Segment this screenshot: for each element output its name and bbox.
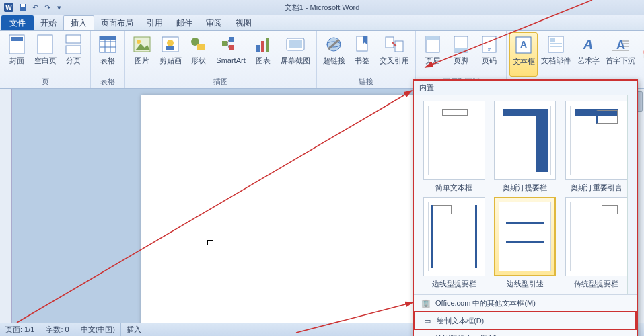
svg-rect-14 (100, 36, 116, 40)
table-button[interactable]: 表格 (94, 32, 122, 76)
svg-text:A: A (616, 38, 625, 52)
office-icon: 🏢 (421, 298, 431, 308)
textbox-icon: ▭ (422, 315, 433, 326)
crossref-button[interactable]: 交叉引用 (376, 32, 413, 76)
gallery-item-border-quote[interactable]: 边线型引述 (492, 197, 559, 289)
svg-rect-21 (197, 44, 205, 50)
svg-rect-29 (289, 40, 302, 48)
status-words[interactable]: 字数: 0 (40, 323, 75, 336)
signature-line-button[interactable]: ✒签名行 ▾ (641, 34, 644, 47)
group-label-pages: 页 (3, 76, 87, 87)
textbox-dropdown: 内置 简单文本框 奥斯汀提要栏 奥斯汀重要引言 边线型提要栏 边线型引述 传统型… (413, 79, 638, 336)
svg-rect-5 (11, 37, 23, 41)
svg-rect-6 (38, 35, 52, 54)
group-tables: 表格 表格 (91, 31, 125, 88)
group-illustrations: 图片 剪贴画 形状 SmartArt 图表 屏幕截图 插图 (125, 31, 317, 88)
svg-rect-46 (550, 46, 562, 47)
quick-access-toolbar: ↶ ↷ ▾ (17, 2, 65, 13)
smartart-button[interactable]: SmartArt (213, 32, 249, 76)
undo-icon[interactable]: ↶ (30, 2, 40, 13)
svg-text:A: A (583, 37, 593, 52)
group-links: 超链接 书签 交叉引用 链接 (317, 31, 416, 88)
menu-draw-vertical-textbox[interactable]: ▯绘制竖排文本框(V) (414, 330, 637, 336)
vertical-ruler (0, 89, 12, 323)
cover-page-button[interactable]: 封面 (3, 32, 31, 76)
gallery-item-border-sidebar[interactable]: 边线型提要栏 (421, 197, 488, 289)
clipart-button[interactable]: 剪贴画 (156, 32, 184, 76)
svg-rect-44 (550, 38, 555, 42)
quickparts-button[interactable]: 文档部件 (538, 32, 574, 77)
screenshot-button[interactable]: 屏幕截图 (277, 32, 314, 76)
gallery-item-austin-quote[interactable]: 奥斯汀重要引言 (563, 101, 630, 193)
gallery-item-austin-sidebar[interactable]: 奥斯汀提要栏 (492, 101, 559, 193)
blank-page-button[interactable]: 空白页 (31, 32, 59, 76)
ribbon-tabs: 文件 开始 插入 页面布局 引用 邮件 审阅 视图 (0, 15, 644, 31)
svg-rect-27 (266, 38, 269, 52)
svg-point-18 (167, 40, 174, 46)
bookmark-button[interactable]: 书签 (348, 32, 376, 76)
chart-button[interactable]: 图表 (249, 32, 277, 76)
svg-rect-25 (256, 45, 260, 52)
dropdown-footer: 🏢Office.com 中的其他文本框(M) ▭绘制文本框(D) ▯绘制竖排文本… (414, 294, 637, 336)
menu-office-textbox[interactable]: 🏢Office.com 中的其他文本框(M) (414, 295, 637, 311)
pagenum-button[interactable]: #页码 (475, 32, 503, 76)
svg-point-16 (137, 40, 141, 44)
word-app-icon: W (3, 1, 15, 13)
tab-mailings[interactable]: 邮件 (170, 15, 199, 30)
svg-rect-38 (454, 48, 468, 52)
tab-references[interactable]: 引用 (140, 15, 170, 30)
svg-rect-7 (66, 35, 81, 43)
header-button[interactable]: 页眉 (419, 32, 447, 76)
qat-dropdown-icon[interactable]: ▾ (54, 2, 65, 13)
group-pages: 封面 空白页 分页 页 (0, 31, 91, 88)
svg-rect-3 (21, 4, 25, 7)
gallery-item-simple[interactable]: 简单文本框 (421, 101, 488, 193)
vertical-textbox-icon: ▯ (421, 333, 431, 336)
tab-home[interactable]: 开始 (34, 15, 63, 30)
svg-text:#: # (488, 46, 491, 52)
group-label-illustrations: 插图 (128, 76, 314, 87)
dropdown-header: 内置 (414, 81, 637, 95)
group-label-tables: 表格 (94, 76, 122, 87)
hyperlink-button[interactable]: 超链接 (320, 32, 348, 76)
status-lang[interactable]: 中文(中国) (75, 323, 121, 336)
textbox-button[interactable]: A文本框 (509, 32, 538, 77)
svg-rect-36 (426, 36, 439, 40)
svg-rect-26 (261, 41, 264, 52)
tab-insert[interactable]: 插入 (63, 15, 94, 30)
status-page[interactable]: 页面: 1/1 (0, 323, 40, 336)
redo-icon[interactable]: ↷ (42, 2, 52, 13)
text-cursor (207, 240, 213, 245)
shapes-button[interactable]: 形状 (184, 32, 213, 76)
svg-rect-8 (66, 46, 81, 54)
footer-button[interactable]: 页脚 (447, 32, 475, 76)
svg-rect-22 (222, 41, 227, 46)
svg-text:W: W (5, 4, 12, 11)
gallery-item-traditional-sidebar[interactable]: 传统型提要栏 (563, 197, 630, 289)
window-title: 文档1 - Microsoft Word (285, 3, 360, 13)
svg-rect-24 (229, 45, 234, 50)
textbox-gallery: 简单文本框 奥斯汀提要栏 奥斯汀重要引言 边线型提要栏 边线型引述 传统型提要栏 (414, 95, 637, 294)
save-icon[interactable] (17, 2, 28, 13)
status-mode[interactable]: 插入 (121, 323, 147, 336)
page-break-button[interactable]: 分页 (59, 32, 87, 76)
picture-button[interactable]: 图片 (128, 32, 156, 76)
svg-rect-45 (550, 43, 562, 44)
title-bar: W ↶ ↷ ▾ 文档1 - Microsoft Word (0, 0, 644, 15)
group-label-links: 链接 (320, 76, 413, 87)
datetime-button[interactable]: 📅日期和时间 (641, 48, 644, 61)
tab-review[interactable]: 审阅 (199, 15, 229, 30)
wordart-button[interactable]: A艺术字 (574, 32, 602, 77)
svg-rect-23 (229, 37, 234, 42)
object-button[interactable]: ◧对象 ▾ (641, 62, 644, 75)
svg-text:A: A (520, 39, 527, 50)
svg-rect-19 (166, 46, 174, 50)
menu-draw-textbox[interactable]: ▭绘制文本框(D) (414, 311, 637, 330)
dropcap-button[interactable]: A首字下沉 (602, 32, 639, 77)
tab-file[interactable]: 文件 (1, 15, 34, 30)
gallery-scrollbar[interactable] (627, 95, 637, 294)
tab-layout[interactable]: 页面布局 (94, 15, 140, 30)
tab-view[interactable]: 视图 (229, 15, 258, 30)
